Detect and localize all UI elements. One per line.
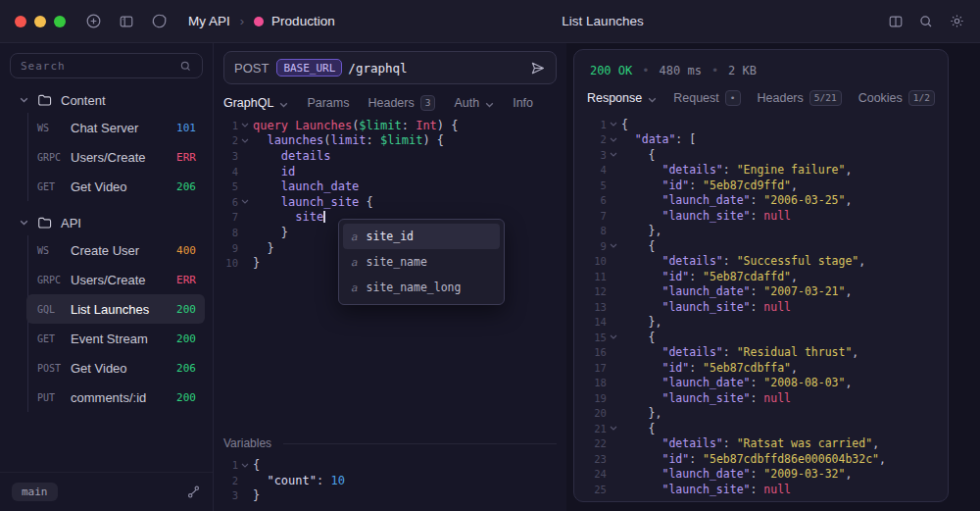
fold-toggle[interactable] [607,426,621,431]
fold-chevron-icon[interactable] [241,123,249,128]
code-line[interactable]: 22 "details": "Ratsat was carried", [587,436,935,452]
fold-toggle[interactable] [607,137,621,142]
fold-chevron-icon[interactable] [241,463,249,468]
code-line[interactable]: 3 details [223,148,557,164]
fold-chevron-icon[interactable] [610,243,617,248]
fold-chevron-icon[interactable] [610,137,617,142]
app-logo-icon[interactable] [151,13,168,29]
sidebar-item-create-user[interactable]: WSCreate User400 [26,235,205,265]
code-line[interactable]: 8 }, [587,224,935,239]
sidebar-item-list-launches[interactable]: GQLList Launches200 [26,294,205,324]
code-line[interactable]: 18 "launch_date": "2008-08-03", [587,376,935,391]
tab-params[interactable]: Params [307,96,349,110]
code-line[interactable]: 6 launch_site { [223,194,557,210]
request-method[interactable]: POST [234,61,269,76]
autocomplete-item-site-id[interactable]: asite_id [343,224,500,249]
code-line[interactable]: 14 }, [587,315,935,331]
code-line[interactable]: 16 "details": "Residual thrust", [587,345,935,361]
settings-gear-icon[interactable] [949,13,965,29]
code-line[interactable]: 24 "launch_date": "2009-03-32", [587,467,935,483]
fold-chevron-icon[interactable] [610,426,617,431]
tab-cookies[interactable]: Cookies1/2 [858,90,935,105]
tab-info[interactable]: Info [513,96,533,110]
layout-columns-icon[interactable] [888,14,904,29]
code-line[interactable]: 11 "id": "5eb87cdaffd", [587,269,935,284]
url-bar[interactable]: POST BASE_URL /graphql [223,51,557,84]
sidebar-item-get-video[interactable]: POSTGet Video206 [26,353,205,383]
tab-headers[interactable]: Headers5/21 [758,90,842,105]
code-line[interactable]: 2 "data": [ [587,132,935,148]
code-line[interactable]: 12 "launch_date": "2007-03-21", [587,284,935,300]
autocomplete-item-site-name[interactable]: asite_name [343,249,500,275]
tab-auth[interactable]: Auth [454,96,494,110]
fold-chevron-icon[interactable] [241,138,249,143]
code-line[interactable]: 19 "launch_site": null [587,390,935,406]
sidebar-item-comments-id[interactable]: PUTcomments/:id200 [26,383,205,412]
workspace-name[interactable]: My API [188,14,230,28]
code-text: "launch_date": "2007-03-21", [621,284,852,298]
code-line[interactable]: 25 "launch_site": null [587,482,935,497]
sidebar-item-users-create[interactable]: GRPCUsers/CreateERR [26,142,205,172]
fold-toggle[interactable] [238,123,253,128]
code-line[interactable]: 4 id [223,164,557,179]
new-request-icon[interactable] [85,13,102,29]
sidebar-item-event-stream[interactable]: GETEvent Stream200 [26,324,205,353]
code-line[interactable]: 5 launch_date [223,179,557,194]
tab-graphql[interactable]: GraphQL [223,96,288,110]
code-line[interactable]: 1query Launches($limit: Int) { [223,118,557,133]
code-line[interactable]: 5 "id": "5eb87cd9ffd", [587,178,935,193]
fold-chevron-icon[interactable] [610,122,617,127]
send-icon[interactable] [529,60,546,77]
fold-chevron-icon[interactable] [241,199,249,204]
code-line[interactable]: 9 { [587,238,935,254]
code-line[interactable]: 10 "details": "Successful stage", [587,254,935,270]
environment-name[interactable]: Production [271,14,335,28]
base-url-env-badge[interactable]: BASE_URL [276,59,342,77]
minimize-window-button[interactable] [34,16,46,27]
code-line[interactable]: 2 launches(limit: $limit) { [223,133,557,149]
fold-chevron-icon[interactable] [610,152,617,157]
code-line[interactable]: 7 "launch_site": null [587,208,935,224]
fold-toggle[interactable] [607,243,621,248]
fold-toggle[interactable] [607,152,621,157]
fold-toggle[interactable] [607,122,621,127]
request-path[interactable]: /graphql [348,61,521,76]
sidebar-search-input[interactable]: Search [10,53,203,78]
fold-toggle[interactable] [238,463,253,468]
sidebar-item-users-create[interactable]: GRPCUsers/CreateERR [26,265,205,294]
code-line[interactable]: 6 "launch_date": "2006-03-25", [587,193,935,209]
response-body-viewer[interactable]: 1{2 "data": [3 {4 "details": "Engine fai… [587,117,935,497]
folder-content[interactable]: Content [0,87,213,113]
code-line[interactable]: 21 { [587,421,935,436]
sidebar-toggle-icon[interactable] [119,14,134,29]
code-line[interactable]: 17 "id": "5eb87cdbffa", [587,360,935,376]
code-line[interactable]: 3 { [587,147,935,163]
zoom-window-button[interactable] [54,16,66,27]
sidebar-item-get-video[interactable]: GETGet Video206 [26,172,205,201]
code-line[interactable]: 3} [223,487,557,503]
code-line[interactable]: 20 }, [587,406,935,422]
git-branch-icon[interactable] [186,485,201,499]
tab-headers[interactable]: Headers3 [368,95,435,110]
search-icon[interactable] [918,14,934,29]
fold-toggle[interactable] [238,199,253,204]
close-window-button[interactable] [15,16,26,27]
sidebar-item-chat-server[interactable]: WSChat Server101 [26,113,205,142]
fold-toggle[interactable] [238,138,253,143]
folder-api[interactable]: API [0,210,213,235]
fold-toggle[interactable] [607,334,621,339]
tab-request[interactable]: Request• [673,90,740,105]
fold-chevron-icon[interactable] [610,334,617,339]
code-line[interactable]: 1{ [223,457,557,473]
variables-editor[interactable]: 1{2 "count": 103} [223,457,557,503]
code-line[interactable]: 15 { [587,330,935,345]
code-line[interactable]: 23 "id": "5eb87cdbffd86e000604b32c", [587,451,935,467]
git-branch-badge[interactable]: main [12,483,58,501]
tab-response[interactable]: Response [587,91,657,105]
graphql-query-editor[interactable]: asite_idasite_nameasite_name_long 1query… [223,118,557,434]
code-line[interactable]: 13 "launch_site": null [587,299,935,315]
code-line[interactable]: 1{ [587,117,935,132]
code-line[interactable]: 2 "count": 10 [223,473,557,488]
autocomplete-item-site-name-long[interactable]: asite_name_long [343,275,500,300]
code-line[interactable]: 4 "details": "Engine failure", [587,163,935,179]
